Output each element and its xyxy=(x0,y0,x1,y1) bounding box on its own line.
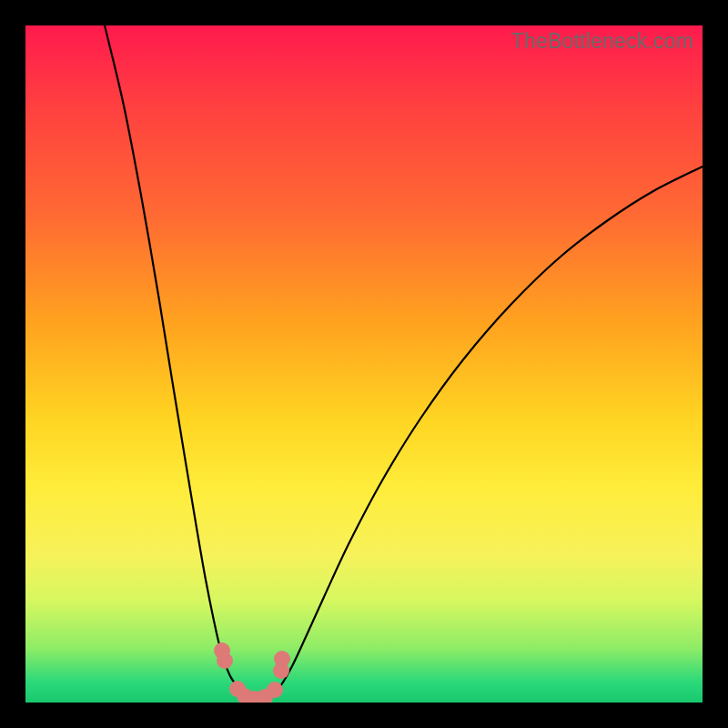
marker-dot xyxy=(217,652,233,669)
marker-dot xyxy=(267,682,283,698)
chart-svg xyxy=(25,25,703,703)
plot-area: TheBottleneck.com xyxy=(25,25,703,703)
marker-dot xyxy=(274,651,290,667)
bottleneck-curve xyxy=(105,25,703,699)
marker-dots xyxy=(214,642,290,703)
chart-frame: TheBottleneck.com xyxy=(0,0,728,728)
